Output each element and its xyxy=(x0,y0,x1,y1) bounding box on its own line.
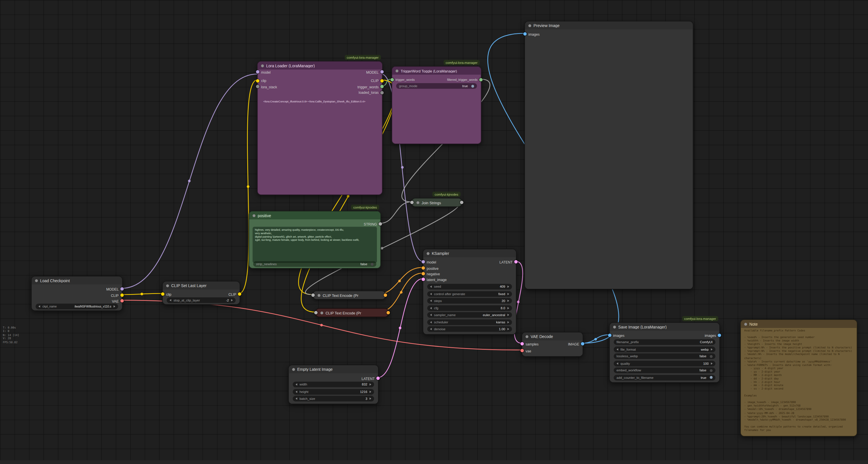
collapse-icon[interactable] xyxy=(396,69,399,72)
collapse-icon[interactable] xyxy=(253,214,256,217)
input-slot-latent-image[interactable]: latent_image xyxy=(423,277,446,282)
clip-input-dot-icon[interactable] xyxy=(161,292,164,296)
stepper-left-icon[interactable] xyxy=(430,328,432,330)
input-slot-images[interactable]: images xyxy=(610,332,624,338)
input-slot-clip[interactable]: clip xyxy=(258,78,266,83)
stepper-right-icon[interactable] xyxy=(711,362,713,365)
clip-input-dot-icon[interactable] xyxy=(256,79,259,82)
node-header[interactable]: Empty Latent Image xyxy=(289,365,378,373)
output-slot-clip[interactable]: CLIP xyxy=(371,78,382,83)
node-header[interactable]: CLIP Set Last Layer xyxy=(163,282,240,290)
output-slot-images[interactable]: images xyxy=(705,332,719,338)
group-mode-toggle[interactable]: group_mode true xyxy=(396,83,477,89)
collapse-icon[interactable] xyxy=(292,368,295,371)
stepper-right-icon[interactable] xyxy=(231,299,233,301)
ckpt-name-widget[interactable]: ckpt_name ilwaiNSFWIllustrious_v110.s xyxy=(36,303,118,309)
image-input-dot-icon[interactable] xyxy=(608,334,612,337)
toggle-dot-icon[interactable] xyxy=(710,376,713,379)
node-header[interactable]: KSampler xyxy=(423,250,516,257)
height-widget[interactable]: height 1216 xyxy=(293,388,374,395)
steps-widget[interactable]: steps 20 xyxy=(427,298,512,304)
stepper-right-icon[interactable] xyxy=(507,300,509,302)
stepper-right-icon[interactable] xyxy=(507,321,509,323)
strip-newlines-toggle[interactable]: strip_newlines false xyxy=(253,261,376,267)
vae-output-dot-icon[interactable] xyxy=(121,299,124,302)
add-counter-toggle[interactable]: add_counter_to_filename true xyxy=(614,375,716,380)
input-slot-samples[interactable]: samples xyxy=(522,341,538,347)
toggle-dot-icon[interactable] xyxy=(710,355,713,357)
stepper-left-icon[interactable] xyxy=(430,293,432,295)
image-output-dot-icon[interactable] xyxy=(718,334,721,337)
embed-workflow-toggle[interactable]: embed_workflow false xyxy=(614,368,716,373)
model-output-dot-icon[interactable] xyxy=(121,287,124,291)
input-slot-model[interactable]: model xyxy=(423,259,436,265)
node-load-checkpoint[interactable]: Load Checkpoint MODEL CLIP VAE ckpt_name… xyxy=(31,276,122,311)
conditioning-input-dot-icon[interactable] xyxy=(422,266,425,270)
string-input-dot-icon[interactable] xyxy=(410,201,414,204)
node-vae-decode[interactable]: VAE Decode samples vae IMAGE xyxy=(522,332,583,357)
clip-output-dot-icon[interactable] xyxy=(380,79,384,82)
collapse-icon[interactable] xyxy=(416,201,420,204)
note-textarea[interactable]: Available filename_prefix Pattern Codes … xyxy=(744,329,853,433)
quality-widget[interactable]: quality 100 xyxy=(614,360,716,366)
output-slot-vae[interactable]: VAE xyxy=(112,298,122,304)
latent-output-dot-icon[interactable] xyxy=(376,377,380,380)
collapse-icon[interactable] xyxy=(318,294,320,297)
node-header[interactable]: Lora Loader (LoraManager) xyxy=(258,62,382,69)
lora-syntax-text[interactable]: <lora:CreateConcept_Illustrious:0.8> <lo… xyxy=(264,100,379,103)
node-header[interactable]: Save Image (LoraManager) xyxy=(610,323,719,331)
cfg-widget[interactable]: cfg 8.0 xyxy=(427,305,512,311)
stepper-right-icon[interactable] xyxy=(711,348,713,350)
node-save-image[interactable]: comfyui-lora-manager Save Image (LoraMan… xyxy=(609,322,720,383)
stepper-left-icon[interactable] xyxy=(296,390,297,393)
width-widget[interactable]: width 832 xyxy=(293,382,374,387)
seed-widget[interactable]: seed 409 xyxy=(427,284,512,290)
input-slot-negative[interactable]: negative xyxy=(423,271,440,277)
stepper-right-icon[interactable] xyxy=(507,307,509,309)
conditioning-input-dot-icon[interactable] xyxy=(422,272,425,275)
vae-input-dot-icon[interactable] xyxy=(520,349,524,352)
stepper-left-icon[interactable] xyxy=(430,286,432,288)
stepper-right-icon[interactable] xyxy=(507,293,509,295)
collapse-icon[interactable] xyxy=(526,335,528,338)
collapse-icon[interactable] xyxy=(744,322,747,325)
node-join-strings[interactable]: comfyui-kjnodes Join Strings xyxy=(411,198,462,207)
output-slot-filtered-trigger-words[interactable]: filtered_trigger_words xyxy=(447,77,481,83)
collapse-icon[interactable] xyxy=(261,64,264,67)
node-note[interactable]: Note Available filename_prefix Pattern C… xyxy=(740,320,857,437)
input-slot-lora-stack[interactable]: lora_stack xyxy=(258,84,277,89)
lora-stack-input-dot-icon[interactable] xyxy=(256,85,259,88)
node-clip-text-encode-positive[interactable]: CLIP Text Encode (Pr xyxy=(312,291,386,299)
node-header[interactable]: TriggerWord Toggle (LoraManager) xyxy=(392,67,481,75)
stepper-left-icon[interactable] xyxy=(430,307,432,309)
input-slot-images[interactable]: images xyxy=(525,31,540,37)
comfyui-viewport[interactable]: Preview Image images comfyui-lora-manage… xyxy=(0,0,868,464)
clip-input-dot-icon[interactable] xyxy=(314,311,318,314)
conditioning-output-dot-icon[interactable] xyxy=(384,293,387,297)
input-slot-clip[interactable]: clip xyxy=(163,291,172,297)
batch-size-widget[interactable]: batch_size 3 xyxy=(293,396,374,402)
output-slot-model[interactable]: MODEL xyxy=(106,286,122,292)
output-slot-model[interactable]: MODEL xyxy=(366,69,382,75)
trigger-words-input-dot-icon[interactable] xyxy=(391,78,394,81)
stepper-left-icon[interactable] xyxy=(616,362,618,365)
node-positive-prompt[interactable]: comfyui-kjnodes positive STRING highres,… xyxy=(249,211,381,268)
stepper-left-icon[interactable] xyxy=(296,398,297,400)
stepper-left-icon[interactable] xyxy=(169,299,172,301)
collapse-icon[interactable] xyxy=(528,24,531,27)
string-output-dot-icon[interactable] xyxy=(379,222,382,226)
model-output-dot-icon[interactable] xyxy=(380,70,384,74)
stepper-left-icon[interactable] xyxy=(430,314,432,316)
stepper-right-icon[interactable] xyxy=(369,390,371,393)
sampler-name-widget[interactable]: sampler_name euler_ancestral xyxy=(427,312,512,318)
node-header[interactable]: Load Checkpoint xyxy=(32,277,122,285)
node-preview-image[interactable]: Preview Image images xyxy=(524,21,693,290)
prompt-textarea[interactable]: highres, very detailed, amazing quality,… xyxy=(253,227,377,263)
stepper-right-icon[interactable] xyxy=(369,383,371,386)
model-input-dot-icon[interactable] xyxy=(422,260,425,263)
node-clip-set-last-layer[interactable]: CLIP Set Last Layer clip CLIP stop_at_cl… xyxy=(162,281,240,305)
denoise-widget[interactable]: denoise 1.00 xyxy=(427,326,512,332)
input-slot-vae[interactable]: vae xyxy=(522,348,531,353)
node-ksampler[interactable]: KSampler model positive negative latent_… xyxy=(423,249,516,335)
model-input-dot-icon[interactable] xyxy=(256,70,259,74)
